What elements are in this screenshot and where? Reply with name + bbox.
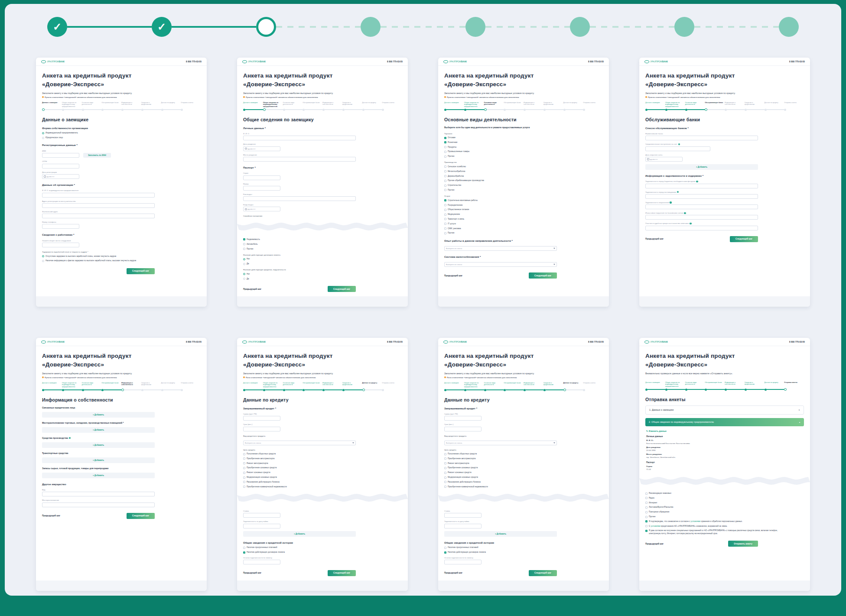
form-step-8[interactable]: Отправка анкеты bbox=[382, 382, 402, 392]
form-step-2[interactable]: Общие сведения по индивидуальному предпр… bbox=[665, 382, 685, 391]
form-step-2[interactable]: Общие сведения по индивидуальному предпр… bbox=[62, 102, 82, 111]
text-input[interactable] bbox=[243, 186, 280, 191]
radio-option[interactable]: Отсутствие задержек по выплате заработно… bbox=[42, 255, 201, 258]
checkbox-option[interactable]: Посреднические bbox=[444, 204, 603, 207]
text-input[interactable] bbox=[243, 157, 356, 162]
text-input[interactable]: дд.мм.гггг bbox=[243, 207, 280, 211]
checkbox-option[interactable]: Наличие просроченных платежей bbox=[243, 546, 402, 549]
checkbox-option[interactable]: Деревообработка bbox=[444, 175, 603, 178]
text-input[interactable] bbox=[42, 193, 155, 198]
form-step-1[interactable]: Данные о заемщике bbox=[645, 102, 665, 111]
text-input[interactable] bbox=[42, 503, 155, 507]
form-step-1[interactable]: Данные о заемщике bbox=[444, 102, 464, 111]
text-input[interactable] bbox=[645, 194, 758, 199]
text-input[interactable] bbox=[42, 492, 155, 496]
form-step-5[interactable]: Информация о собственности bbox=[322, 382, 342, 392]
radio-option[interactable]: Да bbox=[243, 278, 402, 280]
text-input[interactable] bbox=[444, 416, 482, 421]
accordion-header[interactable]: 1. Данные о заемщике▼ bbox=[645, 405, 804, 415]
radio-option[interactable]: Да bbox=[243, 263, 402, 265]
previous-step-link[interactable]: Предыдущий шаг bbox=[444, 572, 462, 574]
form-step-7[interactable]: Данные по кредиту bbox=[161, 382, 181, 392]
form-step-1[interactable]: Данные о заемщике bbox=[444, 382, 464, 392]
add-button[interactable]: + Добавить bbox=[42, 473, 155, 478]
terms-link[interactable]: условиями bbox=[651, 525, 661, 527]
text-input[interactable]: дд.мм.гггг bbox=[42, 174, 79, 179]
text-input[interactable] bbox=[42, 164, 79, 169]
checkbox-option[interactable]: Модернизация основных средств bbox=[243, 476, 402, 479]
form-step-4[interactable]: Обслуживающие банки bbox=[101, 382, 121, 392]
bank-logo[interactable]: УРАЛПРОМБАНК bbox=[41, 340, 65, 344]
checkbox-option[interactable]: Ремонт основных средств bbox=[243, 471, 402, 474]
bank-logo[interactable]: УРАЛПРОМБАНК bbox=[443, 60, 467, 63]
previous-step-link[interactable]: Предыдущий шаг bbox=[444, 275, 462, 277]
form-step-8[interactable]: Отправка анкеты bbox=[181, 382, 201, 392]
text-input[interactable] bbox=[645, 226, 758, 230]
checkbox-option[interactable]: Прочее bbox=[444, 155, 603, 158]
previous-step-link[interactable]: Предыдущий шаг bbox=[645, 543, 664, 545]
form-step-4[interactable]: Обслуживающие банки bbox=[705, 102, 725, 111]
form-step-6[interactable]: Сведения о кредитовании bbox=[141, 102, 161, 111]
select-input[interactable]: Выберите из списка bbox=[444, 441, 557, 445]
form-step-5[interactable]: Информация о собственности bbox=[725, 382, 745, 391]
text-input[interactable] bbox=[243, 560, 280, 564]
add-button[interactable]: + Добавить bbox=[42, 427, 155, 433]
checkbox-option[interactable]: Приобретение коммерческой недвижимости bbox=[444, 486, 603, 488]
next-step-button[interactable]: Следующий шаг bbox=[529, 272, 557, 279]
checkbox-option[interactable]: Листовка/Буклет/Рассылка bbox=[645, 506, 804, 509]
main-step-2-circle[interactable]: ✓ bbox=[152, 17, 172, 37]
form-step-4[interactable]: Обслуживающие банки bbox=[303, 102, 322, 111]
form-step-6[interactable]: Сведения о кредитовании bbox=[342, 102, 362, 111]
bank-logo[interactable]: УРАЛПРОМБАНК bbox=[644, 340, 668, 344]
accordion-header[interactable]: 2. Общие сведения по индивидуальному пре… bbox=[645, 418, 804, 426]
radio-option[interactable]: Нет bbox=[243, 258, 402, 260]
text-input[interactable] bbox=[42, 243, 79, 247]
text-input[interactable] bbox=[645, 204, 758, 209]
text-input[interactable] bbox=[243, 513, 280, 518]
checkbox-option[interactable]: Наличие просроченных платежей bbox=[444, 546, 603, 549]
bank-logo[interactable]: УРАЛПРОМБАНК bbox=[443, 340, 467, 344]
checkbox-option[interactable]: Сельское хозяйство bbox=[444, 165, 603, 168]
form-step-3[interactable]: Основные виды деятельности bbox=[283, 382, 303, 392]
main-step-8-circle[interactable] bbox=[779, 17, 799, 37]
add-button[interactable]: + Добавить bbox=[42, 412, 155, 418]
next-step-button[interactable]: Следующий шаг bbox=[328, 570, 356, 576]
text-input[interactable] bbox=[42, 153, 79, 158]
checkbox-option[interactable]: ✓Розничная bbox=[444, 141, 603, 144]
text-input[interactable] bbox=[444, 427, 482, 431]
form-step-6[interactable]: Сведения о кредитовании bbox=[141, 382, 161, 392]
checkbox-option[interactable]: Медицинские bbox=[444, 213, 603, 216]
main-step-7-circle[interactable] bbox=[674, 17, 694, 37]
previous-step-link[interactable]: Предыдущий шаг bbox=[243, 288, 261, 290]
text-input[interactable] bbox=[444, 513, 482, 518]
checkbox-option[interactable]: Прочие обрабатывающие производства bbox=[444, 179, 603, 182]
select-input[interactable]: Выберите из списка bbox=[243, 441, 356, 445]
form-step-7[interactable]: Данные по кредиту bbox=[765, 382, 784, 391]
next-step-button[interactable]: Следующий шаг bbox=[328, 286, 356, 292]
text-input[interactable] bbox=[243, 196, 356, 201]
text-input[interactable] bbox=[645, 136, 758, 140]
checkbox-option[interactable]: Ремонт основных средств bbox=[444, 471, 603, 474]
form-step-3[interactable]: Основные виды деятельности bbox=[82, 382, 102, 392]
checkbox-option[interactable]: Приобретение автотранспорта bbox=[243, 457, 402, 460]
submit-form-button[interactable]: Отправить анкету bbox=[728, 541, 758, 547]
form-step-7[interactable]: Данные по кредиту bbox=[563, 102, 583, 111]
text-input[interactable] bbox=[645, 146, 710, 151]
checkbox-option[interactable]: Прочее bbox=[645, 515, 804, 518]
bank-logo[interactable]: УРАЛПРОМБАНК bbox=[242, 340, 266, 344]
form-step-7[interactable]: Данные по кредиту bbox=[765, 102, 784, 111]
consent-checkbox[interactable]: ✓Я подтверждаю, что ознакомлен и согласе… bbox=[645, 520, 804, 523]
radio-option[interactable]: Индивидуальный предприниматель bbox=[42, 132, 201, 134]
main-step-3-circle[interactable] bbox=[256, 17, 276, 37]
add-button[interactable]: + Добавить bbox=[42, 442, 155, 448]
form-step-4[interactable]: Обслуживающие банки bbox=[303, 382, 322, 392]
checkbox-option[interactable]: Прочие bbox=[444, 232, 603, 234]
form-step-2[interactable]: Общие сведения по индивидуальному предпр… bbox=[665, 102, 685, 111]
checkbox-option[interactable]: Модернизация основных средств bbox=[444, 476, 603, 479]
bank-logo[interactable]: УРАЛПРОМБАНК bbox=[644, 60, 668, 63]
text-input[interactable]: дд.мм.гггг bbox=[243, 146, 280, 151]
next-step-button[interactable]: Следующий шаг bbox=[127, 513, 155, 519]
form-step-2[interactable]: Общие сведения по индивидуальному предпр… bbox=[263, 102, 283, 111]
form-step-8[interactable]: Отправка анкеты bbox=[784, 102, 804, 111]
select-input[interactable]: Выберите из списка bbox=[444, 246, 557, 251]
